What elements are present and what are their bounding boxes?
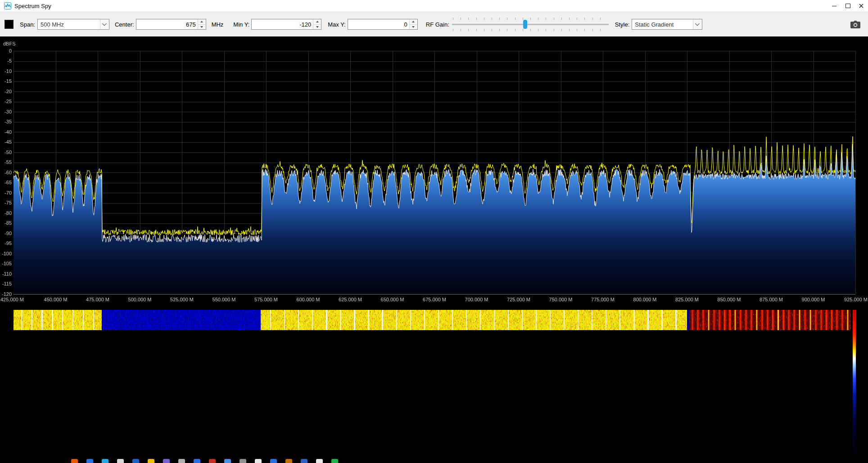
max-y-label: Max Y: (328, 21, 346, 28)
taskbar-icon[interactable] (194, 459, 200, 463)
center-unit-label: MHz (212, 21, 224, 28)
rf-gain-label: RF Gain: (426, 21, 449, 28)
taskbar-icon[interactable] (270, 459, 277, 463)
arrow-down-icon (316, 26, 319, 28)
taskbar-icon[interactable] (331, 459, 338, 463)
center-spinbox (136, 19, 206, 30)
taskbar-icon[interactable] (301, 459, 307, 463)
spectrum-plot-canvas (0, 36, 868, 310)
chevron-down-icon (100, 19, 109, 29)
span-label: Span: (20, 21, 35, 28)
arrow-down-icon (412, 26, 415, 28)
taskbar-icon[interactable] (71, 459, 78, 463)
span-select[interactable]: 500 MHz (37, 19, 109, 30)
taskbar-strip (71, 459, 338, 463)
taskbar-icon[interactable] (285, 459, 292, 463)
taskbar-icon[interactable] (178, 459, 185, 463)
y-axis-unit-label: dBFS (3, 41, 16, 46)
camera-icon (850, 21, 860, 28)
min-y-spin-buttons (313, 19, 321, 29)
spectrum-panel: dBFS (0, 36, 868, 463)
center-spin-buttons (198, 19, 206, 29)
chevron-down-icon (693, 19, 702, 29)
taskbar-icon[interactable] (240, 459, 246, 463)
taskbar-icon[interactable] (148, 459, 154, 463)
center-increment-button[interactable] (198, 19, 206, 24)
center-label: Center: (115, 21, 134, 28)
screenshot-button[interactable] (848, 18, 863, 31)
arrow-up-icon (412, 21, 415, 23)
taskbar-icon[interactable] (316, 459, 323, 463)
slider-ticks-top (453, 18, 608, 20)
taskbar-icon[interactable] (163, 459, 170, 463)
taskbar-icon[interactable] (117, 459, 124, 463)
max-y-spin-buttons (409, 19, 417, 29)
center-input[interactable] (136, 19, 198, 29)
color-scale-legend (853, 310, 856, 463)
taskbar-icon[interactable] (132, 459, 139, 463)
maximize-button[interactable] (841, 0, 854, 12)
max-y-spinbox (348, 19, 418, 30)
color-swatch-button[interactable] (5, 20, 14, 29)
slider-handle[interactable] (523, 20, 527, 29)
max-y-input[interactable] (348, 19, 409, 29)
style-select[interactable]: Static Gradient (632, 19, 702, 30)
slider-track (452, 24, 609, 25)
titlebar: Spectrum Spy × (0, 0, 868, 12)
style-label: Style: (615, 21, 630, 28)
style-value: Static Gradient (632, 21, 693, 28)
min-y-spinbox (251, 19, 321, 30)
close-icon: × (858, 2, 864, 9)
taskbar-icon[interactable] (209, 459, 216, 463)
rf-gain-slider[interactable] (452, 17, 609, 32)
app-icon (4, 2, 11, 9)
toolbar: Span: 500 MHz Center: MHz Min Y: Max Y: … (0, 12, 868, 36)
close-button[interactable]: × (854, 0, 868, 12)
taskbar-icon[interactable] (102, 459, 108, 463)
taskbar-icon[interactable] (255, 459, 262, 463)
center-decrement-button[interactable] (198, 24, 206, 30)
slider-ticks-bottom (453, 29, 608, 31)
taskbar-icon[interactable] (86, 459, 93, 463)
min-y-increment-button[interactable] (313, 19, 321, 24)
minimize-icon (832, 6, 836, 6)
arrow-up-icon (200, 21, 203, 23)
taskbar-icon[interactable] (224, 459, 231, 463)
window-title: Spectrum Spy (14, 3, 51, 9)
min-y-label: Min Y: (233, 21, 249, 28)
arrow-down-icon (200, 26, 203, 28)
min-y-input[interactable] (252, 19, 313, 29)
maximize-icon (845, 4, 850, 8)
span-value: 500 MHz (38, 21, 100, 28)
minimize-button[interactable] (827, 0, 841, 12)
arrow-up-icon (316, 21, 319, 23)
max-y-decrement-button[interactable] (410, 24, 417, 30)
window-controls: × (827, 0, 868, 12)
waterfall-canvas (14, 310, 851, 330)
min-y-decrement-button[interactable] (313, 24, 321, 30)
max-y-increment-button[interactable] (410, 19, 417, 24)
